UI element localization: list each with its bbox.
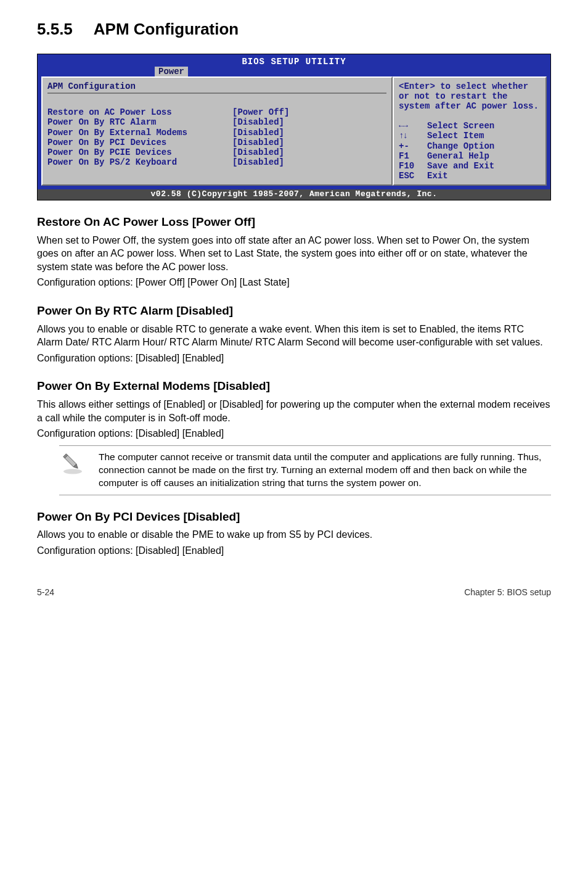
bios-help-row-text: Select Screen xyxy=(427,121,494,131)
bios-left-panel: APM Configuration Restore on AC Power Lo… xyxy=(41,76,393,186)
bios-row-value: [Power Off] xyxy=(232,107,289,117)
bios-key-help: Select Screen Select Item +-Change Optio… xyxy=(399,121,541,181)
bios-help-row-key: F1 xyxy=(399,151,427,161)
svg-point-0 xyxy=(63,469,82,474)
bios-screenshot: BIOS SETUP UTILITY Power APM Configurati… xyxy=(37,54,551,200)
note-callout: The computer cannot receive or transmit … xyxy=(59,445,551,495)
subsection-heading: Power On By External Modems [Disabled] xyxy=(37,378,551,394)
subsection-heading: Power On By PCI Devices [Disabled] xyxy=(37,509,551,525)
bios-row-label: Restore on AC Power Loss xyxy=(47,107,232,117)
arrows-lr-icon xyxy=(399,121,407,131)
config-options: Configuration options: [Disabled] [Enabl… xyxy=(37,427,551,440)
section-title-text: APM Configuration xyxy=(94,20,239,38)
bios-row: Power On By PCI Devices[Disabled] xyxy=(47,138,386,147)
config-options: Configuration options: [Power Off] [Powe… xyxy=(37,276,551,289)
pencil-icon xyxy=(59,451,86,476)
bios-help-row: +-Change Option xyxy=(399,141,541,151)
note-text: The computer cannot receive or transmit … xyxy=(99,451,551,490)
bios-help-row-key: F10 xyxy=(399,161,427,171)
bios-help-row-text: General Help xyxy=(427,151,489,161)
bios-row: Power On By PCIE Devices[Disabled] xyxy=(47,147,386,157)
bios-row-value: [Disabled] xyxy=(232,147,284,157)
bios-help-row: ESCExit xyxy=(399,171,541,181)
bios-right-panel: <Enter> to select whether or not to rest… xyxy=(393,76,547,186)
body-text: When set to Power Off, the system goes i… xyxy=(37,234,551,274)
bios-help-row: Select Item xyxy=(399,131,541,141)
bios-row-value: [Disabled] xyxy=(232,117,284,127)
bios-row-value: [Disabled] xyxy=(232,138,284,147)
bios-help-row: F10Save and Exit xyxy=(399,161,541,171)
bios-help-row-text: Exit xyxy=(427,171,448,181)
bios-help-row: Select Screen xyxy=(399,121,541,131)
bios-help-row-text: Change Option xyxy=(427,141,494,151)
bios-row-value: [Disabled] xyxy=(232,157,284,167)
bios-row-label: Power On By PCI Devices xyxy=(47,138,232,147)
body-text: Allows you to enable or disable RTC to g… xyxy=(37,323,551,349)
bios-help-row: F1General Help xyxy=(399,151,541,161)
config-options: Configuration options: [Disabled] [Enabl… xyxy=(37,352,551,365)
bios-row: Power On By RTC Alarm[Disabled] xyxy=(47,117,386,127)
page-footer: 5-24 Chapter 5: BIOS setup xyxy=(37,587,551,598)
bios-tabbar: Power xyxy=(38,67,550,76)
section-heading: 5.5.5APM Configuration xyxy=(37,19,551,40)
bios-row-label: Power On By RTC Alarm xyxy=(47,117,232,127)
bios-row: Power On By External Modems[Disabled] xyxy=(47,128,386,138)
config-options: Configuration options: [Disabled] [Enabl… xyxy=(37,544,551,558)
chapter-label: Chapter 5: BIOS setup xyxy=(464,587,551,598)
bios-row-label: Power On By PS/2 Keyboard xyxy=(47,157,232,167)
body-text: This allows either settings of [Enabled]… xyxy=(37,398,551,424)
bios-footer: v02.58 (C)Copyright 1985-2007, American … xyxy=(38,189,550,200)
bios-help-text: <Enter> to select whether or not to rest… xyxy=(399,81,541,111)
svg-rect-1 xyxy=(65,455,76,467)
bios-help-row-key: +- xyxy=(399,141,427,151)
subsection-heading: Restore On AC Power Loss [Power Off] xyxy=(37,214,551,230)
page-number: 5-24 xyxy=(37,587,54,598)
bios-help-row-text: Select Item xyxy=(427,131,484,141)
bios-row-label: Power On By PCIE Devices xyxy=(47,147,232,157)
bios-row-label: Power On By External Modems xyxy=(47,128,232,138)
body-text: Allows you to enable or disable the PME … xyxy=(37,528,551,542)
bios-tab-power: Power xyxy=(155,67,188,76)
bios-help-row-text: Save and Exit xyxy=(427,161,494,171)
bios-panel-title: APM Configuration xyxy=(47,81,386,94)
bios-row: Restore on AC Power Loss[Power Off] xyxy=(47,107,386,117)
arrows-ud-icon xyxy=(399,131,407,141)
bios-row: Power On By PS/2 Keyboard[Disabled] xyxy=(47,157,386,167)
bios-help-row-key: ESC xyxy=(399,171,427,181)
bios-title: BIOS SETUP UTILITY xyxy=(38,54,550,67)
subsection-heading: Power On By RTC Alarm [Disabled] xyxy=(37,303,551,319)
bios-row-value: [Disabled] xyxy=(232,128,284,138)
section-number: 5.5.5 xyxy=(37,20,73,38)
